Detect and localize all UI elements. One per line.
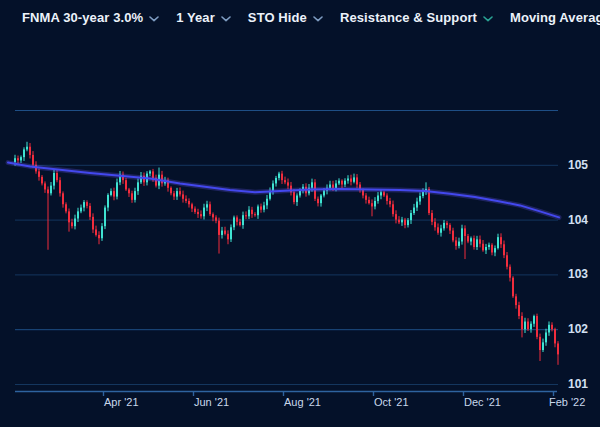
- y-axis-label: 104: [568, 213, 598, 227]
- y-axis-label: 105: [568, 158, 598, 172]
- sto-label: STO Hide: [248, 10, 307, 25]
- chevron-down-icon: [149, 16, 159, 22]
- dropdown-moving-averages[interactable]: Moving Averages: [510, 10, 600, 25]
- chevron-down-icon: [221, 16, 231, 22]
- moving-averages-label: Moving Averages: [510, 10, 600, 25]
- instrument-label: FNMA 30-year 3.0%: [22, 10, 143, 25]
- dropdown-timeframe[interactable]: 1 Year: [176, 10, 231, 25]
- chart-screen: FNMA 30-year 3.0% 1 Year STO Hide Resist…: [0, 0, 600, 427]
- resistance-support-label: Resistance & Support: [340, 10, 477, 25]
- chevron-down-icon: [483, 16, 493, 22]
- dropdown-sto[interactable]: STO Hide: [248, 10, 323, 25]
- toolbar: FNMA 30-year 3.0% 1 Year STO Hide Resist…: [22, 10, 600, 25]
- chevron-down-icon: [313, 16, 323, 22]
- price-chart[interactable]: [0, 0, 600, 427]
- x-axis-label: Feb '22: [549, 396, 585, 408]
- x-axis-label: Aug '21: [284, 396, 321, 408]
- x-axis-label: Dec '21: [464, 396, 501, 408]
- timeframe-label: 1 Year: [176, 10, 215, 25]
- dropdown-instrument[interactable]: FNMA 30-year 3.0%: [22, 10, 159, 25]
- y-axis-label: 103: [568, 267, 598, 281]
- x-axis-label: Apr '21: [104, 396, 139, 408]
- y-axis-label: 102: [568, 322, 598, 336]
- x-axis-label: Jun '21: [194, 396, 229, 408]
- x-axis-label: Oct '21: [374, 396, 409, 408]
- y-axis-label: 101: [568, 377, 598, 391]
- dropdown-resistance-support[interactable]: Resistance & Support: [340, 10, 493, 25]
